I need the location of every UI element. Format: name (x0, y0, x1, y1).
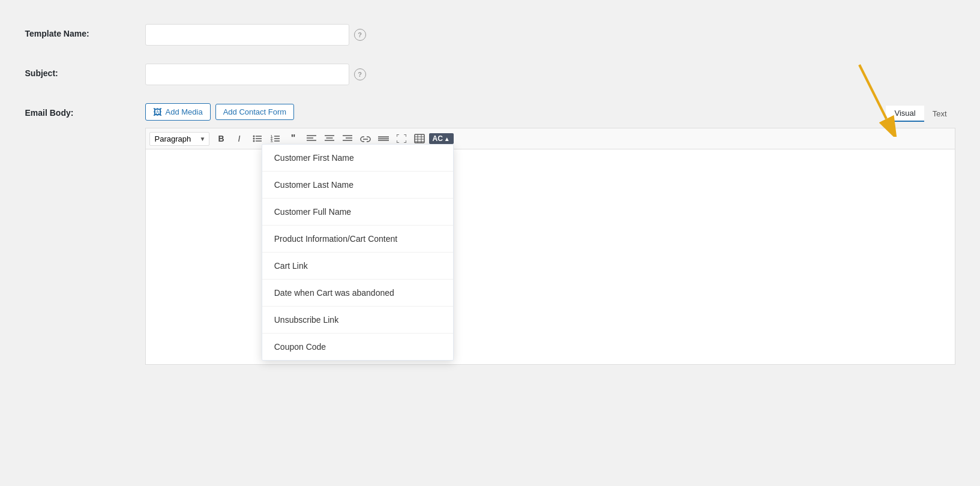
dropdown-item-customer-last-name[interactable]: Customer Last Name (262, 172, 453, 199)
subject-field: ? (145, 64, 955, 85)
ac-chevron-icon: ▲ (444, 136, 450, 142)
email-body-field: 🖼 Add Media Add Contact Form Visual Text (145, 103, 955, 365)
ac-dropdown-menu: Customer First Name Customer Last Name C… (262, 144, 454, 361)
dropdown-item-coupon-code[interactable]: Coupon Code (262, 334, 453, 360)
ac-dropdown-button[interactable]: AC ▲ (429, 133, 454, 144)
text-tab[interactable]: Text (924, 106, 955, 122)
editor-toolbar: Paragraph ▼ B I 1.2.3. " (145, 128, 955, 149)
visual-text-tabs: Visual Text (886, 106, 955, 122)
subject-input[interactable] (145, 64, 349, 85)
bold-button[interactable]: B (213, 131, 230, 146)
svg-point-6 (253, 140, 254, 142)
italic-button[interactable]: I (231, 131, 248, 146)
dropdown-item-customer-first-name[interactable]: Customer First Name (262, 145, 453, 172)
subject-row: Subject: ? (25, 64, 955, 85)
email-body-row: Email Body: 🖼 Add Media Add Contact Form… (25, 103, 955, 365)
dropdown-item-customer-full-name[interactable]: Customer Full Name (262, 199, 453, 226)
svg-text:3.: 3. (271, 139, 274, 143)
dropdown-item-cart-link[interactable]: Cart Link (262, 253, 453, 280)
dropdown-item-unsubscribe-link[interactable]: Unsubscribe Link (262, 307, 453, 334)
paragraph-select-wrap: Paragraph ▼ (149, 132, 209, 146)
dropdown-item-date-abandoned[interactable]: Date when Cart was abandoned (262, 280, 453, 307)
editor-wrapper: Paragraph ▼ B I 1.2.3. " (145, 128, 955, 365)
template-name-input[interactable] (145, 24, 349, 46)
ac-button-wrap: AC ▲ Customer First Name Customer Last N… (429, 133, 454, 144)
ac-label: AC (433, 134, 443, 143)
add-contact-form-label: Add Contact Form (223, 107, 287, 116)
form-container: Template Name: ? Subject: ? Email Body: … (25, 24, 955, 365)
template-name-field: ? (145, 24, 955, 46)
template-name-help-icon[interactable]: ? (354, 29, 366, 41)
svg-point-2 (253, 136, 254, 137)
paragraph-select[interactable]: Paragraph (149, 132, 209, 146)
editor-top-buttons: 🖼 Add Media Add Contact Form (145, 103, 295, 121)
add-contact-form-button[interactable]: Add Contact Form (215, 104, 295, 120)
subject-help-icon[interactable]: ? (354, 68, 366, 80)
dropdown-item-product-info[interactable]: Product Information/Cart Content (262, 226, 453, 253)
add-media-icon: 🖼 (153, 107, 162, 117)
visual-tab[interactable]: Visual (886, 106, 924, 122)
template-name-row: Template Name: ? (25, 24, 955, 46)
template-name-label: Template Name: (25, 24, 145, 38)
add-media-label: Add Media (166, 107, 203, 116)
svg-point-4 (253, 138, 254, 140)
subject-label: Subject: (25, 64, 145, 78)
add-media-button[interactable]: 🖼 Add Media (145, 103, 211, 121)
email-body-label: Email Body: (25, 103, 145, 118)
